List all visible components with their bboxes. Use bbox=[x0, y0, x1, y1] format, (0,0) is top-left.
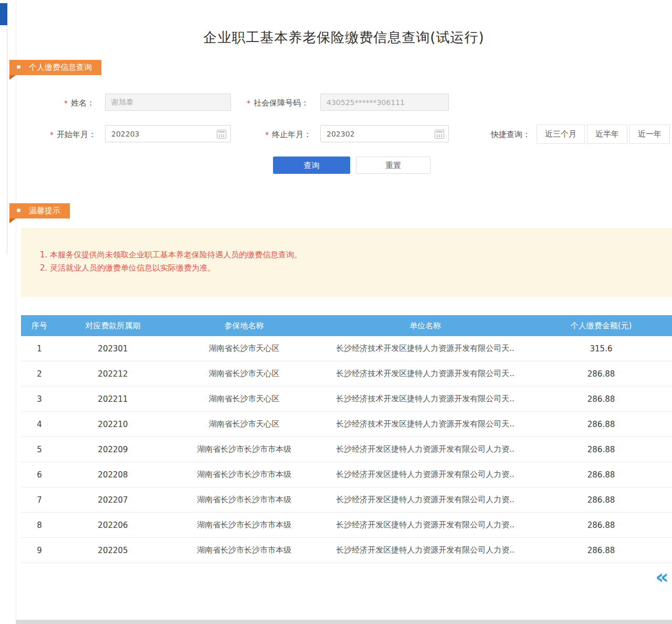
start-month-input[interactable] bbox=[105, 125, 231, 142]
table-row: 8 202206 湖南省长沙市长沙市市本级 长沙经济开发区捷特人力资源开发有限公… bbox=[21, 513, 672, 538]
table-row: 1 202301 湖南省长沙市天心区 长沙经济技术开发区捷特人力资源开发有限公司… bbox=[21, 336, 672, 361]
cell-area: 湖南省长沙市长沙市市本级 bbox=[168, 495, 320, 505]
quick-range-button[interactable]: 近一年 bbox=[629, 124, 670, 144]
cell-amount: 286.88 bbox=[530, 445, 672, 454]
table-row: 5 202209 湖南省长沙市长沙市市本级 长沙经济开发区捷特人力资源开发有限公… bbox=[21, 437, 672, 462]
cell-period: 202212 bbox=[58, 369, 168, 379]
cell-index: 7 bbox=[21, 495, 58, 505]
cell-company: 长沙经济开发区捷特人力资源开发有限公司人力资.. bbox=[320, 545, 530, 555]
cell-amount: 315.6 bbox=[530, 344, 672, 353]
quick-query-group: 近三个月近半年近一年 bbox=[534, 124, 670, 144]
cell-company: 长沙经济技术开发区捷特人力资源开发有限公司天.. bbox=[320, 344, 530, 353]
left-divider bbox=[7, 25, 7, 255]
cell-period: 202207 bbox=[58, 495, 168, 505]
cell-period: 202211 bbox=[58, 394, 168, 404]
cell-amount: 286.88 bbox=[530, 470, 672, 480]
required-mark: * bbox=[265, 130, 269, 139]
page-title: 企业职工基本养老保险缴费信息查询(试运行) bbox=[16, 28, 672, 47]
cell-amount: 286.88 bbox=[530, 394, 672, 404]
cell-index: 8 bbox=[21, 521, 58, 530]
query-button[interactable]: 查询 bbox=[273, 157, 350, 174]
cell-area: 湖南省长沙市天心区 bbox=[168, 394, 320, 404]
section-badge-tips: 温馨提示 bbox=[9, 203, 70, 219]
calendar-icon[interactable] bbox=[435, 130, 444, 139]
cell-amount: 286.88 bbox=[530, 420, 672, 429]
header-area: 参保地名称 bbox=[168, 321, 320, 331]
cell-index: 5 bbox=[21, 445, 58, 454]
panel-left-border bbox=[16, 0, 16, 624]
end-month-field-wrap bbox=[320, 125, 449, 142]
cell-amount: 286.88 bbox=[530, 369, 672, 379]
cell-amount: 286.88 bbox=[530, 546, 672, 555]
required-mark: * bbox=[50, 130, 54, 139]
tip-line: 2. 灵活就业人员的缴费单位信息以实际缴费为准。 bbox=[40, 262, 672, 275]
quick-range-button[interactable]: 近三个月 bbox=[537, 124, 585, 144]
table-row: 7 202207 湖南省长沙市长沙市市本级 长沙经济开发区捷特人力资源开发有限公… bbox=[21, 487, 672, 513]
cell-index: 2 bbox=[21, 369, 58, 379]
cell-area: 湖南省长沙市长沙市市本级 bbox=[168, 444, 320, 454]
header-period: 对应费款所属期 bbox=[58, 321, 168, 331]
bottom-scroll-track[interactable] bbox=[16, 620, 672, 624]
cell-area: 湖南省长沙市长沙市市本级 bbox=[168, 470, 320, 480]
table-row: 9 202205 湖南省长沙市长沙市市本级 长沙经济开发区捷特人力资源开发有限公… bbox=[21, 538, 672, 563]
cell-company: 长沙经济开发区捷特人力资源开发有限公司人力资.. bbox=[320, 495, 530, 505]
table-row: 2 202212 湖南省长沙市天心区 长沙经济技术开发区捷特人力资源开发有限公司… bbox=[21, 361, 672, 387]
cell-period: 202208 bbox=[58, 470, 168, 480]
cell-company: 长沙经济技术开发区捷特人力资源开发有限公司天.. bbox=[320, 394, 530, 404]
section-badge-label: 温馨提示 bbox=[29, 206, 60, 215]
table-body: 1 202301 湖南省长沙市天心区 长沙经济技术开发区捷特人力资源开发有限公司… bbox=[21, 336, 672, 563]
cell-amount: 286.88 bbox=[530, 521, 672, 530]
tip-line: 1. 本服务仅提供尚未领取企业职工基本养老保险待遇人员的缴费信息查询。 bbox=[40, 248, 672, 262]
bullet-dot-icon bbox=[17, 209, 20, 212]
ssn-input[interactable] bbox=[320, 93, 449, 111]
cell-index: 6 bbox=[21, 470, 58, 480]
cell-company: 长沙经济开发区捷特人力资源开发有限公司人力资.. bbox=[320, 520, 530, 530]
cell-period: 202205 bbox=[58, 546, 168, 555]
start-month-label: *开始年月： bbox=[50, 130, 96, 140]
end-month-label: *终止年月： bbox=[265, 130, 311, 140]
payment-table: 序号 对应费款所属期 参保地名称 单位名称 个人缴费金额(元) 1 202301… bbox=[21, 315, 672, 563]
required-mark: * bbox=[247, 99, 250, 107]
cell-period: 202301 bbox=[58, 344, 168, 353]
table-row: 4 202210 湖南省长沙市天心区 长沙经济技术开发区捷特人力资源开发有限公司… bbox=[21, 412, 672, 437]
cell-index: 4 bbox=[21, 420, 58, 429]
end-month-input[interactable] bbox=[320, 125, 449, 142]
name-label: *姓名： bbox=[64, 98, 94, 108]
start-month-field-wrap bbox=[105, 125, 231, 142]
header-index: 序号 bbox=[21, 321, 58, 331]
double-left-chevron-icon[interactable]: « bbox=[655, 567, 669, 587]
cell-company: 长沙经济技术开发区捷特人力资源开发有限公司天.. bbox=[320, 419, 530, 429]
ssn-label: *社会保障号码： bbox=[247, 98, 309, 108]
cell-amount: 286.88 bbox=[530, 495, 672, 505]
cell-company: 长沙经济开发区捷特人力资源开发有限公司人力资.. bbox=[320, 470, 530, 480]
cell-area: 湖南省长沙市长沙市市本级 bbox=[168, 545, 320, 555]
cell-period: 202209 bbox=[58, 445, 168, 454]
reset-button[interactable]: 重置 bbox=[356, 157, 430, 174]
required-mark: * bbox=[64, 99, 68, 107]
sidebar-accent-block bbox=[0, 3, 7, 25]
page: 企业职工基本养老保险缴费信息查询(试运行) 个人缴费信息查询 *姓名： *社会保… bbox=[0, 0, 672, 624]
table-header-row: 序号 对应费款所属期 参保地名称 单位名称 个人缴费金额(元) bbox=[21, 315, 672, 336]
section-badge-personal-payment-query: 个人缴费信息查询 bbox=[9, 60, 101, 75]
name-input[interactable] bbox=[105, 93, 231, 111]
cell-area: 湖南省长沙市天心区 bbox=[168, 419, 320, 429]
header-company: 单位名称 bbox=[320, 321, 530, 331]
name-field-wrap bbox=[105, 93, 231, 111]
cell-company: 长沙经济技术开发区捷特人力资源开发有限公司天.. bbox=[320, 369, 530, 379]
table-row: 3 202211 湖南省长沙市天心区 长沙经济技术开发区捷特人力资源开发有限公司… bbox=[21, 387, 672, 412]
cell-area: 湖南省长沙市天心区 bbox=[168, 369, 320, 379]
cell-area: 湖南省长沙市天心区 bbox=[168, 344, 320, 353]
cell-period: 202206 bbox=[58, 521, 168, 530]
cell-area: 湖南省长沙市长沙市市本级 bbox=[168, 520, 320, 530]
header-amount: 个人缴费金额(元) bbox=[530, 321, 672, 331]
quick-query-label: 快捷查询： bbox=[491, 130, 530, 140]
ssn-field-wrap bbox=[320, 93, 449, 111]
cell-index: 1 bbox=[21, 344, 58, 353]
bullet-dot-icon bbox=[17, 65, 20, 69]
tips-notice-box: 1. 本服务仅提供尚未领取企业职工基本养老保险待遇人员的缴费信息查询。2. 灵活… bbox=[21, 228, 672, 297]
section-badge-label: 个人缴费信息查询 bbox=[29, 63, 92, 72]
quick-range-button[interactable]: 近半年 bbox=[587, 124, 627, 144]
calendar-icon[interactable] bbox=[217, 130, 226, 139]
cell-index: 9 bbox=[21, 546, 58, 555]
table-row: 6 202208 湖南省长沙市长沙市市本级 长沙经济开发区捷特人力资源开发有限公… bbox=[21, 462, 672, 487]
